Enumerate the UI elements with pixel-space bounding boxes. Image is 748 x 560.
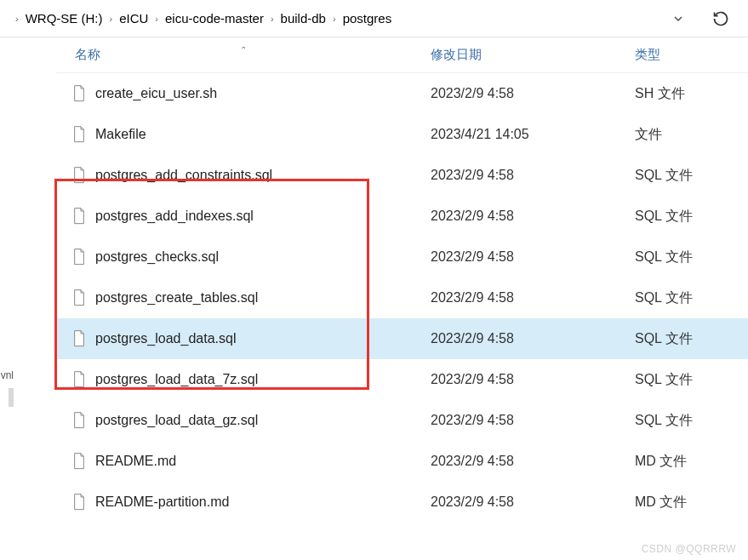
file-type-cell: MD 文件 (635, 494, 748, 511)
file-icon (71, 289, 87, 307)
breadcrumb-item[interactable]: postgres (343, 11, 392, 26)
breadcrumb-item[interactable]: WRQ-SE (H:) (26, 11, 103, 26)
file-name-cell: postgres_checks.sql (56, 248, 431, 266)
column-header-type[interactable]: 类型 (635, 47, 748, 63)
file-type-cell: SQL 文件 (635, 289, 748, 307)
file-date-cell: 2023/2/9 4:58 (431, 413, 635, 428)
file-type-cell: SQL 文件 (635, 249, 748, 266)
file-name-label: postgres_add_constraints.sql (95, 168, 272, 183)
file-date-cell: 2023/2/9 4:58 (431, 168, 635, 183)
file-panel: ⌃ 名称 修改日期 类型 create_eicu_user.sh2023/2/9… (15, 37, 748, 560)
file-row[interactable]: Makefile2023/4/21 14:05文件 (56, 114, 748, 155)
file-row[interactable]: README.md2023/2/9 4:58MD 文件 (56, 441, 748, 482)
file-name-label: postgres_add_indexes.sql (95, 209, 254, 224)
breadcrumb-item[interactable]: eICU (119, 11, 148, 26)
file-row[interactable]: README-partition.md2023/2/9 4:58MD 文件 (56, 482, 748, 523)
file-type-cell: SQL 文件 (635, 208, 748, 226)
file-row[interactable]: postgres_load_data.sql2023/2/9 4:58SQL 文… (56, 318, 748, 359)
chevron-right-icon: › (151, 14, 162, 24)
file-date-cell: 2023/2/9 4:58 (431, 454, 635, 469)
file-date-cell: 2023/2/9 4:58 (431, 494, 635, 510)
column-header-name[interactable]: ⌃ 名称 (56, 47, 431, 63)
content-area: vnl ⌃ 名称 修改日期 类型 create_eicu_user.sh2023… (0, 37, 748, 560)
file-date-cell: 2023/2/9 4:58 (431, 372, 635, 387)
file-name-cell: postgres_add_constraints.sql (56, 166, 431, 185)
file-name-label: postgres_load_data.sql (95, 331, 236, 346)
file-name-cell: postgres_create_tables.sql (56, 289, 431, 307)
file-icon (71, 493, 87, 511)
file-name-cell: Makefile (56, 125, 431, 144)
file-name-label: README-partition.md (95, 494, 229, 510)
file-name-cell: postgres_load_data.sql (56, 329, 431, 348)
file-type-cell: SQL 文件 (635, 412, 748, 430)
nav-gutter: vnl (0, 37, 15, 560)
chevron-right-icon: › (329, 14, 340, 24)
file-type-cell: SQL 文件 (635, 167, 748, 185)
file-row[interactable]: postgres_add_constraints.sql2023/2/9 4:5… (56, 155, 748, 196)
file-list: create_eicu_user.sh2023/2/9 4:58SH 文件Mak… (56, 73, 748, 523)
file-name-cell: postgres_load_data_gz.sql (56, 411, 431, 430)
breadcrumb-item[interactable]: eicu-code-master (165, 11, 264, 26)
file-name-cell: README.md (56, 452, 431, 471)
breadcrumb-item[interactable]: build-db (281, 11, 326, 26)
nav-separator (9, 388, 14, 407)
file-row[interactable]: postgres_load_data_gz.sql2023/2/9 4:58SQ… (56, 400, 748, 441)
file-row[interactable]: create_eicu_user.sh2023/2/9 4:58SH 文件 (56, 73, 748, 114)
refresh-icon[interactable] (712, 10, 729, 27)
nav-tab-label[interactable]: vnl (0, 369, 15, 381)
file-icon (71, 84, 87, 103)
file-type-cell: 文件 (635, 126, 748, 144)
file-type-cell: SQL 文件 (635, 330, 748, 348)
address-toolbar: › WRQ-SE (H:) › eICU › eicu-code-master … (0, 0, 748, 37)
file-icon (71, 411, 87, 430)
file-name-label: postgres_create_tables.sql (95, 290, 258, 306)
file-name-cell: postgres_add_indexes.sql (56, 207, 431, 226)
column-headers: ⌃ 名称 修改日期 类型 (56, 37, 748, 73)
file-name-label: Makefile (95, 127, 146, 142)
file-row[interactable]: postgres_create_tables.sql2023/2/9 4:58S… (56, 277, 748, 318)
chevron-down-icon[interactable] (671, 12, 685, 26)
breadcrumb[interactable]: › WRQ-SE (H:) › eICU › eicu-code-master … (12, 11, 671, 26)
file-name-label: README.md (95, 454, 176, 469)
file-type-cell: MD 文件 (635, 453, 748, 471)
file-name-cell: README-partition.md (56, 493, 431, 511)
file-icon (71, 248, 87, 266)
file-row[interactable]: postgres_add_indexes.sql2023/2/9 4:58SQL… (56, 196, 748, 237)
file-date-cell: 2023/4/21 14:05 (431, 127, 635, 142)
file-type-cell: SH 文件 (635, 85, 748, 103)
file-row[interactable]: postgres_checks.sql2023/2/9 4:58SQL 文件 (56, 237, 748, 277)
column-header-name-label: 名称 (75, 47, 100, 61)
file-icon (71, 329, 87, 348)
file-icon (71, 125, 87, 144)
file-name-label: create_eicu_user.sh (95, 86, 217, 101)
chevron-right-icon: › (267, 14, 277, 24)
file-date-cell: 2023/2/9 4:58 (431, 331, 635, 346)
sort-asc-icon: ⌃ (240, 45, 247, 54)
watermark: CSDN @QQRRRW (642, 543, 736, 555)
column-header-date[interactable]: 修改日期 (431, 47, 635, 63)
file-row[interactable]: postgres_load_data_7z.sql2023/2/9 4:58SQ… (56, 359, 748, 400)
file-icon (71, 452, 87, 471)
file-icon (71, 370, 87, 389)
file-date-cell: 2023/2/9 4:58 (431, 249, 635, 265)
chevron-right-icon: › (106, 14, 117, 24)
file-date-cell: 2023/2/9 4:58 (431, 86, 635, 101)
toolbar-actions (671, 10, 736, 27)
file-name-label: postgres_load_data_gz.sql (95, 413, 258, 428)
file-icon (71, 207, 87, 226)
file-name-cell: create_eicu_user.sh (56, 84, 431, 103)
chevron-right-icon: › (12, 14, 22, 24)
file-date-cell: 2023/2/9 4:58 (431, 290, 635, 306)
file-date-cell: 2023/2/9 4:58 (431, 209, 635, 224)
file-name-cell: postgres_load_data_7z.sql (56, 370, 431, 389)
file-icon (71, 166, 87, 185)
file-type-cell: SQL 文件 (635, 371, 748, 389)
file-name-label: postgres_checks.sql (95, 249, 219, 265)
file-name-label: postgres_load_data_7z.sql (95, 372, 258, 387)
